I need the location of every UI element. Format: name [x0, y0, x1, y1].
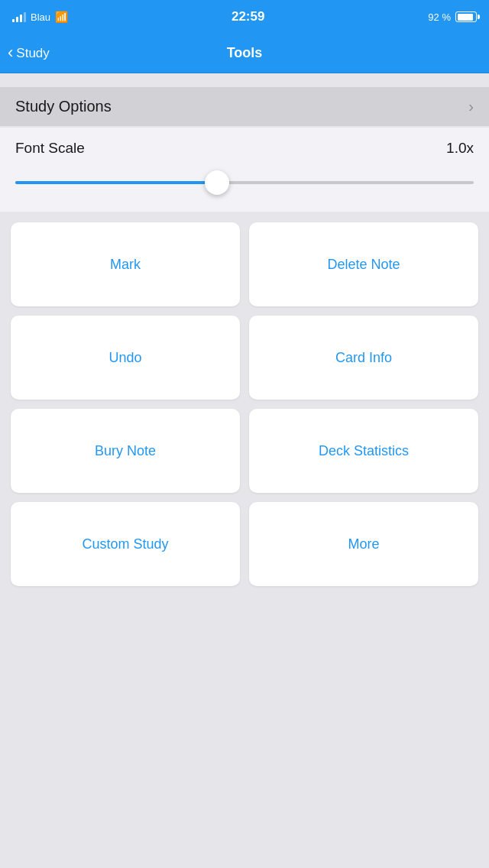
wifi-icon: 📶	[55, 11, 68, 23]
undo-label: Undo	[108, 350, 141, 366]
delete-note-button[interactable]: Delete Note	[249, 222, 478, 306]
grid-section: Mark Delete Note Undo Card Info Bury Not…	[0, 212, 489, 611]
status-left: Blau 📶	[12, 11, 68, 23]
bury-note-button[interactable]: Bury Note	[11, 409, 240, 493]
back-button[interactable]: ‹ Study	[8, 45, 50, 61]
font-scale-slider-container[interactable]	[15, 169, 474, 196]
more-button[interactable]: More	[249, 502, 478, 586]
nav-bar: ‹ Study Tools	[0, 34, 489, 73]
card-info-label: Card Info	[335, 350, 392, 366]
deck-statistics-label: Deck Statistics	[319, 443, 409, 459]
signal-bars-icon	[12, 11, 26, 22]
chevron-right-icon: ›	[468, 98, 474, 115]
grid-row-4: Custom Study More	[11, 502, 478, 586]
font-scale-section: Font Scale 1.0x	[0, 128, 489, 212]
grid-row-2: Undo Card Info	[11, 316, 478, 400]
battery-percent: 92 %	[428, 11, 451, 23]
study-options-row[interactable]: Study Options ›	[0, 87, 489, 126]
study-options-label: Study Options	[15, 98, 112, 115]
status-right: 92 %	[428, 11, 477, 23]
status-bar: Blau 📶 22:59 92 %	[0, 0, 489, 34]
custom-study-button[interactable]: Custom Study	[11, 502, 240, 586]
delete-note-label: Delete Note	[327, 257, 400, 273]
battery-icon	[455, 11, 477, 22]
page-title: Tools	[227, 45, 263, 61]
font-scale-label: Font Scale	[15, 140, 85, 157]
back-label: Study	[16, 46, 49, 61]
carrier-label: Blau	[31, 11, 50, 23]
font-scale-value: 1.0x	[446, 140, 474, 157]
top-gap	[0, 73, 489, 87]
card-info-button[interactable]: Card Info	[249, 316, 478, 400]
clock: 22:59	[232, 9, 264, 24]
mark-label: Mark	[110, 257, 141, 273]
undo-button[interactable]: Undo	[11, 316, 240, 400]
back-arrow-icon: ‹	[8, 44, 13, 61]
mark-button[interactable]: Mark	[11, 222, 240, 306]
battery-fill	[458, 14, 474, 21]
grid-row-1: Mark Delete Note	[11, 222, 478, 306]
font-scale-header: Font Scale 1.0x	[15, 140, 474, 157]
bury-note-label: Bury Note	[95, 443, 156, 459]
more-label: More	[348, 536, 379, 552]
deck-statistics-button[interactable]: Deck Statistics	[249, 409, 478, 493]
grid-row-3: Bury Note Deck Statistics	[11, 409, 478, 493]
custom-study-label: Custom Study	[82, 536, 168, 552]
